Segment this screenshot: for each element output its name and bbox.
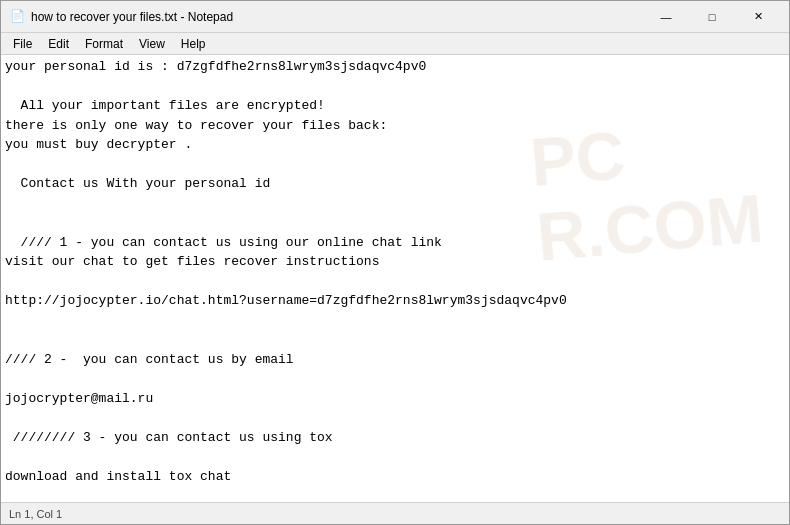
maximize-button[interactable]: □ — [689, 1, 735, 33]
menu-bar: File Edit Format View Help — [1, 33, 789, 55]
menu-view[interactable]: View — [131, 35, 173, 53]
menu-help[interactable]: Help — [173, 35, 214, 53]
close-button[interactable]: ✕ — [735, 1, 781, 33]
cursor-position: Ln 1, Col 1 — [9, 508, 62, 520]
editor-area: your personal id is : d7zgfdfhe2rns8lwry… — [1, 55, 789, 502]
menu-file[interactable]: File — [5, 35, 40, 53]
status-bar: Ln 1, Col 1 — [1, 502, 789, 524]
window-controls: — □ ✕ — [643, 1, 781, 33]
menu-edit[interactable]: Edit — [40, 35, 77, 53]
window-title: how to recover your files.txt - Notepad — [31, 10, 643, 24]
title-bar: 📄 how to recover your files.txt - Notepa… — [1, 1, 789, 33]
minimize-button[interactable]: — — [643, 1, 689, 33]
notepad-window: 📄 how to recover your files.txt - Notepa… — [0, 0, 790, 525]
menu-format[interactable]: Format — [77, 35, 131, 53]
text-editor[interactable]: your personal id is : d7zgfdfhe2rns8lwry… — [1, 55, 789, 502]
app-icon: 📄 — [9, 9, 25, 25]
